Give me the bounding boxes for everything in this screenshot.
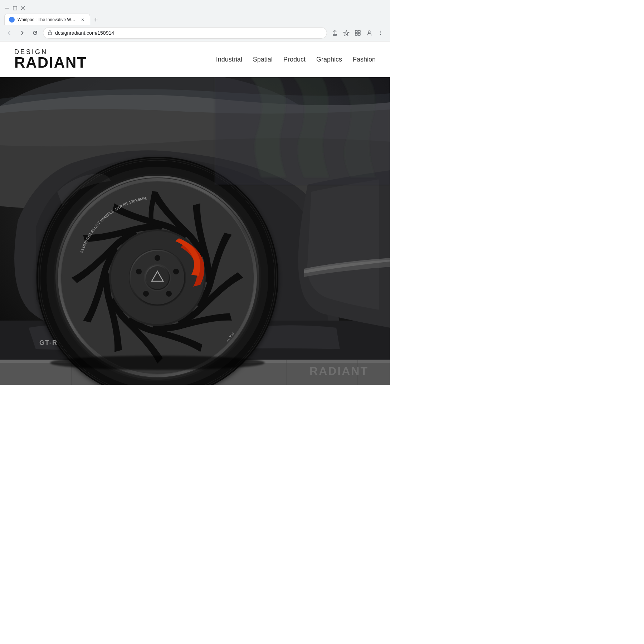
svg-point-43 (166, 291, 172, 297)
svg-point-48 (146, 266, 169, 289)
svg-marker-5 (343, 30, 349, 36)
share-button[interactable] (330, 28, 340, 38)
new-tab-button[interactable]: + (91, 15, 101, 25)
bookmark-button[interactable] (341, 28, 351, 38)
nav-industrial[interactable]: Industrial (216, 56, 242, 63)
browser-profile-button[interactable] (364, 28, 374, 38)
svg-rect-9 (358, 33, 360, 35)
minimize-button[interactable] (4, 5, 10, 11)
svg-point-10 (368, 31, 370, 33)
site-logo[interactable]: DESIGN RADIANT (14, 49, 87, 70)
back-button[interactable] (4, 28, 14, 38)
extensions-button[interactable] (353, 28, 363, 38)
svg-text:GT-R: GT-R (39, 339, 58, 346)
menu-button[interactable] (376, 28, 386, 38)
active-tab[interactable]: Whirlpool: The Innovative Whee × (4, 14, 90, 25)
svg-point-42 (173, 269, 179, 274)
site-header: DESIGN RADIANT Industrial Spatial Produc… (0, 42, 390, 77)
svg-point-55 (50, 356, 265, 370)
svg-rect-1 (13, 6, 17, 10)
svg-point-45 (136, 269, 142, 274)
maximize-button[interactable] (12, 5, 18, 11)
nav-spatial[interactable]: Spatial (253, 56, 273, 63)
watermark: RADIANT (309, 365, 369, 378)
svg-point-12 (380, 33, 381, 33)
reload-button[interactable] (30, 28, 40, 38)
nav-graphics[interactable]: Graphics (316, 56, 342, 63)
tab-close-button[interactable]: × (80, 17, 86, 23)
svg-rect-6 (355, 30, 357, 33)
toolbar: designradiant.com/150914 (0, 25, 390, 41)
svg-point-11 (380, 31, 381, 31)
website: DESIGN RADIANT Industrial Spatial Produc… (0, 42, 390, 385)
nav-product[interactable]: Product (283, 56, 306, 63)
forward-button[interactable] (17, 28, 27, 38)
close-button[interactable] (20, 5, 26, 11)
browser-chrome: Whirlpool: The Innovative Whee × + desig… (0, 0, 390, 42)
svg-rect-8 (355, 33, 357, 35)
toolbar-actions (330, 28, 386, 38)
svg-point-44 (143, 291, 149, 297)
svg-rect-4 (48, 32, 52, 35)
main-navigation: Industrial Spatial Product Graphics Fash… (216, 56, 376, 63)
title-bar (0, 0, 390, 14)
hero-svg: ALUMINUM ALLOY WHEELS 1/1R 8R 120X5MM AL… (0, 77, 390, 385)
hero-image: ALUMINUM ALLOY WHEELS 1/1R 8R 120X5MM AL… (0, 77, 390, 385)
nav-fashion[interactable]: Fashion (353, 56, 376, 63)
tab-bar: Whirlpool: The Innovative Whee × + (0, 14, 390, 25)
svg-point-13 (380, 34, 381, 35)
svg-rect-0 (5, 8, 9, 9)
tab-favicon (9, 17, 15, 23)
svg-rect-7 (358, 30, 360, 33)
url-display: designradiant.com/150914 (55, 30, 322, 36)
logo-radiant-text: RADIANT (14, 55, 87, 70)
window-controls (4, 5, 26, 11)
tab-title: Whirlpool: The Innovative Whee (18, 17, 77, 22)
address-bar[interactable]: designradiant.com/150914 (43, 27, 327, 39)
svg-point-41 (155, 255, 160, 261)
lock-icon (48, 30, 52, 36)
